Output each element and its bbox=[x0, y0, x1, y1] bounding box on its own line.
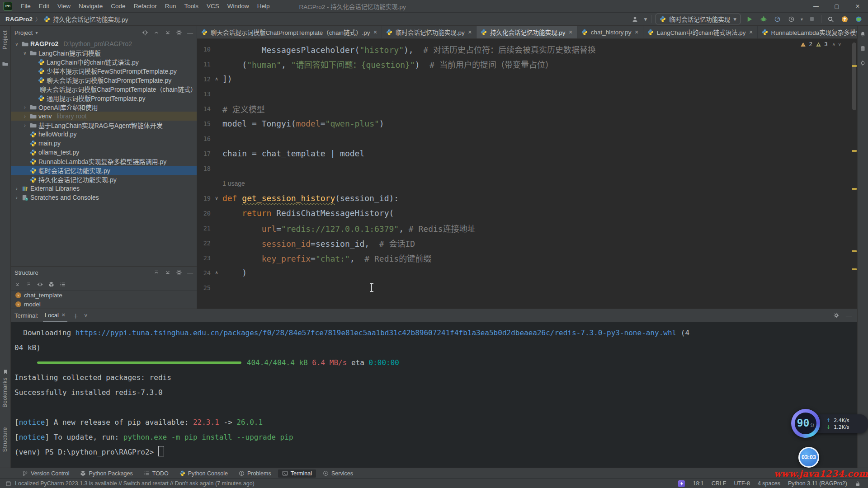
breadcrumb-project[interactable]: RAGPro2 bbox=[5, 16, 33, 23]
ide-plugin-icon[interactable] bbox=[854, 14, 863, 24]
hide-panel-icon[interactable]: — bbox=[187, 29, 193, 36]
menu-item-window[interactable]: Window bbox=[223, 0, 253, 13]
tree-item[interactable]: 聊天会话提示词模版ChatPromptTemplate（chain链式）.py bbox=[11, 84, 197, 94]
editor-tab[interactable]: 持久化会话记忆功能实现.py✕ bbox=[476, 26, 577, 38]
tree-item[interactable]: 聊天会话提示词模版ChatPromptTemplate.py bbox=[11, 75, 197, 84]
user-dropdown-icon[interactable]: ▾ bbox=[644, 15, 647, 23]
inspections-widget[interactable]: 2 3 ˄ ˅ bbox=[800, 41, 842, 47]
menu-item-vcs[interactable]: VCS bbox=[203, 0, 223, 13]
menu-item-refactor[interactable]: Refactor bbox=[130, 0, 161, 13]
scrollbar-thumb[interactable] bbox=[852, 42, 856, 110]
line-number[interactable]: 11 bbox=[197, 61, 211, 68]
tab-close-icon[interactable]: ✕ bbox=[749, 29, 753, 35]
indent-setting[interactable]: 4 spaces bbox=[758, 480, 780, 487]
scrollbar-warning-mark[interactable] bbox=[852, 188, 857, 190]
scrollbar-warning-mark[interactable] bbox=[852, 150, 857, 152]
line-number[interactable]: 12 bbox=[197, 75, 211, 83]
toolwindow-button-branch[interactable]: Version Control bbox=[18, 469, 73, 478]
scrollbar-warning-mark[interactable] bbox=[852, 65, 857, 67]
tree-item[interactable]: ∨LangChain提示词模版 bbox=[11, 48, 197, 57]
show-fields-icon[interactable] bbox=[37, 282, 43, 287]
structure-panel-title[interactable]: Structure bbox=[14, 269, 38, 276]
minimize-button[interactable]: — bbox=[806, 0, 826, 13]
line-number[interactable]: 22 bbox=[197, 239, 211, 247]
update-available-icon[interactable] bbox=[840, 14, 849, 24]
line-number[interactable]: 21 bbox=[197, 225, 211, 232]
line-number[interactable]: 24 bbox=[197, 269, 211, 277]
assistant-plugin-icon[interactable] bbox=[678, 480, 685, 487]
locate-file-icon[interactable] bbox=[142, 29, 148, 36]
toolwindow-button-packages[interactable]: Python Packages bbox=[76, 469, 137, 478]
coverage-dropdown-icon[interactable]: ▾ bbox=[801, 17, 803, 22]
usage-inlay-hint[interactable]: 1 usage bbox=[197, 176, 848, 191]
tree-item[interactable]: ›venvlibrary root bbox=[11, 112, 197, 121]
structure-stripe-button[interactable]: Structure bbox=[2, 427, 8, 452]
toolwindow-button-problems[interactable]: Problems bbox=[235, 469, 275, 478]
project-settings-gear-icon[interactable] bbox=[176, 29, 182, 36]
bookmarks-stripe-button[interactable]: Bookmarks bbox=[2, 377, 8, 408]
profiler-button[interactable] bbox=[773, 14, 783, 24]
terminal-hide-icon[interactable]: — bbox=[846, 312, 852, 319]
user-account-icon[interactable] bbox=[630, 14, 640, 24]
structure-hide-icon[interactable]: — bbox=[187, 269, 193, 276]
structure-settings-gear-icon[interactable] bbox=[176, 269, 182, 276]
floating-clock-widget[interactable]: 03:03 bbox=[798, 447, 819, 468]
menu-item-code[interactable]: Code bbox=[107, 0, 129, 13]
tab-close-icon[interactable]: ✕ bbox=[569, 29, 573, 35]
tab-close-icon[interactable]: ✕ bbox=[468, 29, 472, 35]
menu-item-help[interactable]: Help bbox=[253, 0, 274, 13]
terminal-link[interactable]: https://pypi.tuna.tsinghua.edu.cn/packag… bbox=[75, 328, 676, 337]
tree-item[interactable]: helloWorld.py bbox=[11, 130, 197, 139]
fold-marker-icon[interactable]: ∨ bbox=[211, 195, 222, 201]
tree-item[interactable]: 持久化会话记忆功能实现.py bbox=[11, 175, 197, 184]
bookmark-stripe-icon[interactable] bbox=[3, 369, 8, 375]
tree-item[interactable]: ›基于LangChain实现RAG与Agent智能体开发 bbox=[11, 121, 197, 130]
code-editor[interactable]: 10 MessagesPlaceholder("history"), # 对话历… bbox=[197, 39, 857, 309]
tree-item[interactable]: ›OpenAI库介绍和使用 bbox=[11, 103, 197, 112]
maximize-button[interactable]: ▢ bbox=[826, 0, 847, 13]
tree-item[interactable]: 少样本提示词模板FewShotPromptTemplate.py bbox=[11, 66, 197, 75]
menu-item-view[interactable]: View bbox=[53, 0, 75, 13]
terminal-dropdown-icon[interactable]: ˅ bbox=[84, 312, 88, 319]
project-stripe-button[interactable]: Project bbox=[2, 30, 8, 49]
event-log-window-icon[interactable] bbox=[5, 481, 11, 487]
fold-marker-icon[interactable]: ∧ bbox=[211, 76, 222, 82]
tree-chevron-icon[interactable]: ∨ bbox=[22, 51, 28, 56]
project-panel-title[interactable]: Project bbox=[14, 29, 33, 36]
line-number[interactable]: 18 bbox=[197, 165, 211, 172]
menu-item-edit[interactable]: Edit bbox=[35, 0, 53, 13]
menu-item-navigate[interactable]: Navigate bbox=[75, 0, 107, 13]
tree-item[interactable]: ›Scratches and Consoles bbox=[11, 193, 197, 202]
line-number[interactable]: 15 bbox=[197, 120, 211, 127]
tree-item[interactable]: RunnableLambda实现复杂多模型链路调用.py bbox=[11, 157, 197, 166]
prev-next-problem-icons[interactable]: ˄ ˅ bbox=[833, 42, 842, 47]
tree-item[interactable]: 通用提示词模版PromptTemplate.py bbox=[11, 94, 197, 103]
menu-item-tools[interactable]: Tools bbox=[180, 0, 203, 13]
sort-alphabetically-icon[interactable] bbox=[14, 282, 20, 287]
toolwindow-button-services[interactable]: Services bbox=[319, 469, 357, 478]
breadcrumb-file[interactable]: 持久化会话记忆功能实现.py bbox=[53, 14, 128, 23]
line-number[interactable]: 25 bbox=[197, 284, 211, 291]
coverage-button[interactable] bbox=[787, 14, 797, 24]
database-icon[interactable] bbox=[860, 46, 866, 52]
tree-chevron-icon[interactable]: › bbox=[22, 114, 28, 119]
tree-item[interactable]: 临时会话记忆功能实现.py bbox=[11, 166, 197, 175]
structure-collapse-icon[interactable] bbox=[165, 269, 171, 276]
terminal-tab-local[interactable]: Local ✕ bbox=[43, 309, 67, 322]
menu-item-file[interactable]: File bbox=[17, 0, 35, 13]
tree-item[interactable]: main.py bbox=[11, 139, 197, 148]
tree-chevron-icon[interactable]: › bbox=[22, 123, 28, 128]
readonly-lock-icon[interactable] bbox=[855, 481, 861, 487]
status-message[interactable]: Localized PyCharm 2023.1.3 is available … bbox=[15, 480, 255, 487]
terminal-tab-close-icon[interactable]: ✕ bbox=[61, 312, 66, 318]
notifications-bell-icon[interactable] bbox=[860, 31, 866, 37]
sciview-icon[interactable] bbox=[860, 60, 866, 66]
toolwindow-button-terminal[interactable]: Terminal bbox=[278, 469, 316, 478]
line-separator[interactable]: CRLF bbox=[712, 480, 726, 487]
editor-tab[interactable]: LangChain中的chain链式语法.py✕ bbox=[643, 26, 758, 38]
tree-chevron-icon[interactable]: › bbox=[14, 186, 20, 191]
performance-gauge[interactable]: 90 分 bbox=[791, 409, 820, 438]
tree-item[interactable]: LangChain中的chain链式语法.py bbox=[11, 57, 197, 66]
editor-tab[interactable]: 聊天会话提示词模版ChatPromptTemplate（chain链式）.py✕ bbox=[197, 26, 382, 38]
close-button[interactable]: ✕ bbox=[847, 0, 868, 13]
